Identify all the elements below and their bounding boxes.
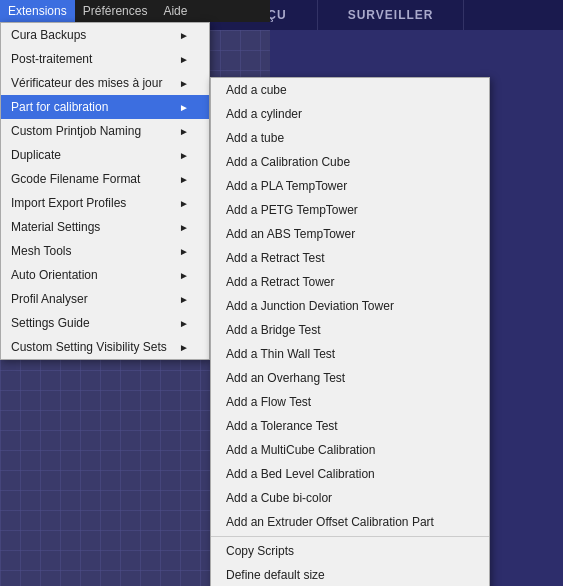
sub-flow-test[interactable]: Add a Flow Test xyxy=(211,390,489,414)
sub-calibration-cube[interactable]: Add a Calibration Cube xyxy=(211,150,489,174)
arrow-icon: ► xyxy=(179,294,189,305)
arrow-icon: ► xyxy=(179,30,189,41)
arrow-icon: ► xyxy=(179,318,189,329)
sub-pla-temptower[interactable]: Add a PLA TempTower xyxy=(211,174,489,198)
menu-profil-analyser[interactable]: Profil Analyser ► xyxy=(1,287,209,311)
menu-custom-visibility[interactable]: Custom Setting Visibility Sets ► xyxy=(1,335,209,359)
arrow-icon: ► xyxy=(179,102,189,113)
menu-preferences[interactable]: Préférences xyxy=(75,0,156,22)
arrow-icon: ► xyxy=(179,126,189,137)
menu-verificateur[interactable]: Vérificateur des mises à jour ► xyxy=(1,71,209,95)
arrow-icon: ► xyxy=(179,246,189,257)
menu-bar: Extensions Préférences Aide xyxy=(0,0,270,22)
arrow-icon: ► xyxy=(179,222,189,233)
menu-post-traitement[interactable]: Post-traitement ► xyxy=(1,47,209,71)
arrow-icon: ► xyxy=(179,270,189,281)
tab-surveiller[interactable]: SURVEILLER xyxy=(318,0,465,30)
menu-duplicate[interactable]: Duplicate ► xyxy=(1,143,209,167)
sub-tolerance-test[interactable]: Add a Tolerance Test xyxy=(211,414,489,438)
sub-retract-tower[interactable]: Add a Retract Tower xyxy=(211,270,489,294)
calibration-submenu: Add a cube Add a cylinder Add a tube Add… xyxy=(210,77,490,586)
sub-add-cylinder[interactable]: Add a cylinder xyxy=(211,102,489,126)
sub-thin-wall-test[interactable]: Add a Thin Wall Test xyxy=(211,342,489,366)
sub-define-default-size[interactable]: Define default size xyxy=(211,563,489,586)
menu-import-export[interactable]: Import Export Profiles ► xyxy=(1,191,209,215)
arrow-icon: ► xyxy=(179,198,189,209)
sub-add-tube[interactable]: Add a tube xyxy=(211,126,489,150)
menu-cura-backups[interactable]: Cura Backups ► xyxy=(1,23,209,47)
menu-mesh-tools[interactable]: Mesh Tools ► xyxy=(1,239,209,263)
sub-bridge-test[interactable]: Add a Bridge Test xyxy=(211,318,489,342)
menu-part-calibration[interactable]: Part for calibration ► xyxy=(1,95,209,119)
arrow-icon: ► xyxy=(179,54,189,65)
sub-copy-scripts[interactable]: Copy Scripts xyxy=(211,539,489,563)
menu-material-settings[interactable]: Material Settings ► xyxy=(1,215,209,239)
menu-aide[interactable]: Aide xyxy=(155,0,195,22)
sub-abs-temptower[interactable]: Add an ABS TempTower xyxy=(211,222,489,246)
arrow-icon: ► xyxy=(179,78,189,89)
sub-petg-temptower[interactable]: Add a PETG TempTower xyxy=(211,198,489,222)
sub-retract-test[interactable]: Add a Retract Test xyxy=(211,246,489,270)
sub-add-cube[interactable]: Add a cube xyxy=(211,78,489,102)
sub-multicube-calibration[interactable]: Add a MultiCube Calibration xyxy=(211,438,489,462)
sub-extruder-offset[interactable]: Add an Extruder Offset Calibration Part xyxy=(211,510,489,534)
sub-junction-deviation[interactable]: Add a Junction Deviation Tower xyxy=(211,294,489,318)
arrow-icon: ► xyxy=(179,342,189,353)
sub-bed-level[interactable]: Add a Bed Level Calibration xyxy=(211,462,489,486)
arrow-icon: ► xyxy=(179,174,189,185)
menu-extensions[interactable]: Extensions xyxy=(0,0,75,22)
submenu-divider xyxy=(211,536,489,537)
menu-settings-guide[interactable]: Settings Guide ► xyxy=(1,311,209,335)
menu-auto-orientation[interactable]: Auto Orientation ► xyxy=(1,263,209,287)
sub-cube-bicolor[interactable]: Add a Cube bi-color xyxy=(211,486,489,510)
sub-overhang-test[interactable]: Add an Overhang Test xyxy=(211,366,489,390)
menu-gcode-filename[interactable]: Gcode Filename Format ► xyxy=(1,167,209,191)
arrow-icon: ► xyxy=(179,150,189,161)
menu-custom-printjob[interactable]: Custom Printjob Naming ► xyxy=(1,119,209,143)
extensions-dropdown: Cura Backups ► Post-traitement ► Vérific… xyxy=(0,22,210,360)
